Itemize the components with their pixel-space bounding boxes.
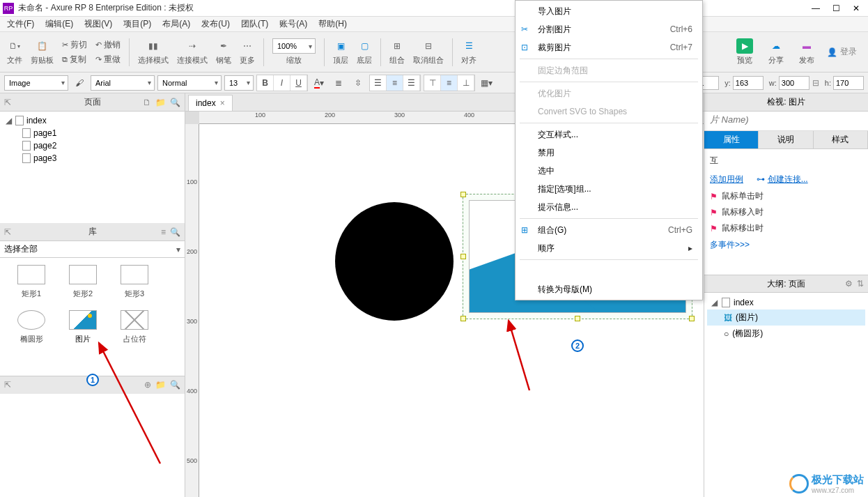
- collapse-icon[interactable]: ⇱: [4, 227, 11, 237]
- copy-button[interactable]: ⧉ 复制: [59, 53, 90, 66]
- weight-select[interactable]: Normal: [157, 75, 222, 91]
- lib-menu-icon[interactable]: ≡: [161, 227, 166, 237]
- valign-mid[interactable]: ≡: [441, 75, 458, 91]
- close-button[interactable]: ✕: [853, 3, 860, 13]
- close-tab-icon[interactable]: ×: [220, 98, 225, 108]
- ellipse-shape[interactable]: [335, 202, 454, 321]
- lib-rect3[interactable]: 矩形3: [114, 265, 155, 299]
- menu-publish[interactable]: 发布(U): [199, 17, 233, 31]
- collapse-icon[interactable]: ⇱: [4, 380, 11, 390]
- event-row[interactable]: ⚑鼠标单击时: [710, 188, 862, 204]
- file-tool[interactable]: 🗋▾文件: [4, 37, 25, 67]
- zoom-tool[interactable]: 100%缩放: [270, 37, 318, 67]
- undo-button[interactable]: ↶ 撤销: [93, 38, 123, 52]
- align-center[interactable]: ≡: [387, 75, 403, 91]
- italic-button[interactable]: I: [274, 75, 290, 91]
- cm-tooltip[interactable]: 提示信息...: [516, 198, 702, 216]
- underline-button[interactable]: U: [290, 75, 307, 91]
- add-folder-icon[interactable]: 📁: [155, 380, 166, 390]
- line-height[interactable]: ⇳: [350, 75, 366, 91]
- tree-item[interactable]: page2: [0, 139, 185, 152]
- lib-image[interactable]: 图片: [63, 310, 103, 344]
- tab-style[interactable]: 样式: [814, 131, 868, 148]
- more-events[interactable]: 多事件>>>: [710, 236, 862, 254]
- search-icon[interactable]: 🔍: [170, 98, 180, 107]
- cm-convert-panel[interactable]: 转换为母版(M): [516, 280, 702, 298]
- add-page-icon[interactable]: 🗋: [143, 98, 151, 107]
- tree-item[interactable]: page1: [0, 127, 185, 139]
- collapse-icon[interactable]: ⇱: [4, 98, 11, 107]
- maximize-button[interactable]: ☐: [832, 3, 840, 13]
- menu-project[interactable]: 项目(P): [121, 17, 154, 31]
- text-color[interactable]: A▾: [311, 75, 327, 91]
- valign-top[interactable]: ⊤: [424, 75, 441, 91]
- event-row[interactable]: ⚑鼠标移出时: [710, 220, 862, 236]
- menu-help[interactable]: 帮助(H): [316, 17, 350, 31]
- tab-properties[interactable]: 属性: [704, 131, 759, 148]
- search-icon[interactable]: 🔍: [170, 380, 180, 390]
- resize-handle[interactable]: [575, 316, 580, 321]
- preview-button[interactable]: ▶预览: [734, 37, 756, 67]
- minimize-button[interactable]: —: [812, 3, 820, 13]
- cm-order[interactable]: 顺序▸: [516, 239, 702, 257]
- connect-mode[interactable]: ⇢连接模式: [174, 37, 210, 67]
- library-select[interactable]: 选择全部: [0, 241, 185, 258]
- event-row[interactable]: ⚑鼠标移入时: [710, 204, 862, 220]
- lib-placeholder[interactable]: 占位符: [114, 310, 155, 344]
- cm-disable[interactable]: 禁用: [516, 144, 702, 162]
- menu-file[interactable]: 文件(F): [4, 17, 37, 31]
- resize-handle[interactable]: [460, 254, 466, 259]
- redo-button[interactable]: ↷ 重做: [93, 53, 123, 66]
- add-case-link[interactable]: 添加用例: [710, 174, 743, 184]
- cm-option-group[interactable]: 指定[选项]组...: [516, 180, 702, 198]
- cut-button[interactable]: ✂ 剪切: [59, 38, 90, 52]
- menu-edit[interactable]: 编辑(E): [42, 17, 76, 31]
- lock-aspect-icon[interactable]: ⊟: [812, 78, 819, 88]
- menu-account[interactable]: 账号(A): [277, 17, 310, 31]
- create-link[interactable]: 创建连接...: [768, 174, 808, 184]
- tree-item[interactable]: page3: [0, 152, 185, 165]
- align-tool[interactable]: ☰对齐: [458, 37, 479, 67]
- lib-ellipse[interactable]: 椭圆形: [11, 310, 52, 344]
- pen-tool[interactable]: ✒钢笔: [213, 37, 234, 67]
- cm-import-image[interactable]: 导入图片: [516, 2, 702, 20]
- send-back[interactable]: ▢底层: [354, 37, 375, 67]
- font-select[interactable]: Arial: [91, 75, 155, 91]
- outline-item[interactable]: 🖼(图片): [707, 309, 865, 326]
- align-right[interactable]: ☰: [403, 75, 420, 91]
- lib-rect2[interactable]: 矩形2: [63, 265, 103, 299]
- group-tool[interactable]: ⊞组合: [387, 37, 408, 67]
- lib-rect1[interactable]: 矩形1: [11, 265, 52, 299]
- coord-w[interactable]: [779, 76, 809, 90]
- bullets[interactable]: ≣: [330, 75, 347, 91]
- cm-group[interactable]: ⊞组合(G)Ctrl+G: [516, 221, 702, 239]
- add-folder-icon[interactable]: 📁: [155, 98, 166, 107]
- menu-layout[interactable]: 布局(A): [160, 17, 193, 31]
- share-button[interactable]: ☁分享: [766, 37, 786, 67]
- filter-icon[interactable]: ⚙: [845, 279, 853, 289]
- menu-view[interactable]: 视图(V): [82, 17, 115, 31]
- resize-handle[interactable]: [689, 316, 695, 321]
- select-mode[interactable]: ▮▮选择模式: [135, 37, 171, 67]
- sort-icon[interactable]: ⇅: [857, 279, 864, 289]
- valign-bot[interactable]: ⊥: [458, 75, 474, 91]
- size-select[interactable]: 13: [224, 75, 254, 91]
- search-icon[interactable]: 🔍: [170, 227, 180, 237]
- more-tools[interactable]: ⋯更多: [237, 37, 258, 67]
- menu-team[interactable]: 团队(T): [238, 17, 271, 31]
- cm-interaction-styles[interactable]: 交互样式...: [516, 125, 702, 144]
- paint-format[interactable]: 🖌: [71, 75, 88, 91]
- cm-crop-image[interactable]: ⊡裁剪图片Ctrl+7: [516, 38, 702, 56]
- add-master-icon[interactable]: ⊕: [144, 380, 151, 390]
- tab-index[interactable]: index×: [188, 95, 233, 111]
- publish-button[interactable]: ▬发布: [796, 37, 817, 67]
- outline-root[interactable]: ◢index: [707, 296, 865, 309]
- cm-selected[interactable]: 选中: [516, 162, 702, 180]
- resize-handle[interactable]: [460, 192, 466, 197]
- align-left[interactable]: ☰: [370, 75, 387, 91]
- tree-root[interactable]: ◢index: [0, 114, 185, 127]
- cm-convert-master[interactable]: [516, 262, 702, 280]
- shape-type-select[interactable]: Image: [4, 75, 68, 91]
- coord-y[interactable]: [733, 76, 764, 90]
- widget-name-input[interactable]: [704, 112, 868, 131]
